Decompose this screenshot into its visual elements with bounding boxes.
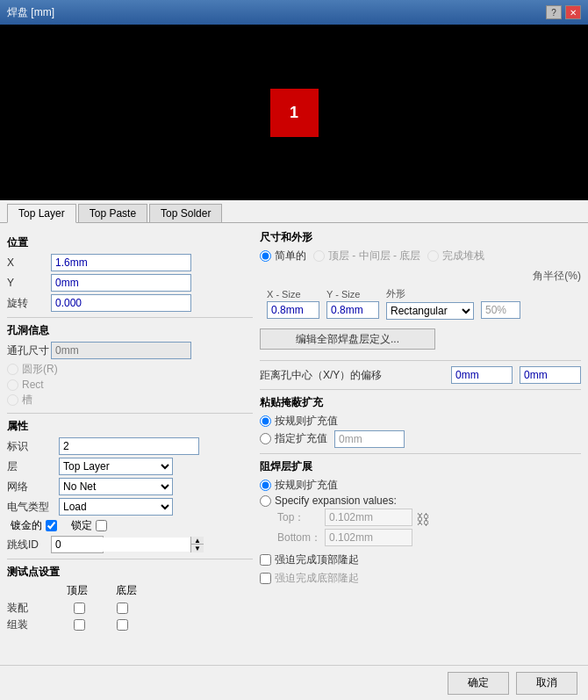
net-label: 网络	[7, 480, 55, 494]
left-panel: 位置 X Y 旋转 孔洞信息 通孔尺寸	[7, 230, 253, 654]
test-col-header: 顶层 底层	[7, 583, 253, 598]
paste-section-title: 粘贴掩蔽扩充	[260, 395, 581, 410]
rect-radio[interactable]	[7, 379, 18, 391]
assemble-top-checkbox[interactable]	[74, 603, 85, 614]
spinner-down[interactable]: ▼	[191, 545, 204, 552]
ok-button[interactable]: 确定	[448, 672, 509, 695]
tin-item: 镀金的	[11, 518, 57, 533]
paste-section: 粘贴掩蔽扩充 按规则扩充值 指定扩充值	[260, 395, 581, 448]
percent-input[interactable]	[481, 301, 520, 319]
layer-row: 层 Top Layer	[7, 458, 253, 475]
id-row: 标识	[7, 437, 253, 455]
jump-id-input[interactable]	[52, 538, 190, 552]
size-section-title: 尺寸和外形	[260, 230, 581, 245]
paste-rule-radio-item: 按规则扩充值	[260, 414, 581, 429]
full-stack-radio[interactable]	[427, 250, 439, 262]
full-stack-radio-item: 完成堆栈	[427, 249, 484, 263]
top-expand-input[interactable]	[325, 509, 412, 526]
edit-all-button[interactable]: 编辑全部焊盘层定义...	[260, 328, 435, 350]
slot-radio[interactable]	[7, 394, 18, 406]
paste-specify-input[interactable]	[334, 430, 405, 448]
size-grid: X - Size Y - Size 外形 Rectangular Round O…	[260, 287, 581, 320]
rotate-row: 旋转	[7, 294, 253, 312]
rotate-label: 旋转	[7, 296, 51, 311]
round-label: 圆形(R)	[22, 362, 58, 377]
bottom-input-label: Bottom：	[277, 530, 321, 545]
solder-rule-radio[interactable]	[260, 480, 271, 491]
tin-label: 镀金的	[11, 518, 42, 533]
position-section-title: 位置	[7, 235, 253, 250]
bottom-input-row: Bottom：	[277, 529, 412, 546]
cancel-button[interactable]: 取消	[516, 672, 577, 695]
tin-lock-row: 镀金的 锁定	[7, 518, 253, 533]
paste-specify-row: 指定扩充值	[260, 430, 581, 448]
assemble-checkboxes	[60, 603, 128, 614]
lock-checkbox[interactable]	[96, 520, 107, 531]
x-input[interactable]	[51, 254, 191, 271]
bottom-expand-input[interactable]	[325, 529, 412, 546]
top-col-label: 顶层	[60, 583, 95, 598]
layer-select[interactable]: Top Layer	[59, 458, 173, 475]
y-size-col: Y - Size	[326, 289, 379, 319]
assemble-bottom-checkbox[interactable]	[117, 603, 128, 614]
main-content: 位置 X Y 旋转 孔洞信息 通孔尺寸	[0, 223, 588, 661]
spinner-up[interactable]: ▲	[191, 537, 204, 545]
assemble-row: 装配	[7, 601, 253, 616]
dialog: 焊盘 [mm] ? ✕ 1 Top Layer Top Paste Top So…	[0, 0, 588, 700]
top-input-label: Top：	[277, 510, 321, 525]
tin-checkbox[interactable]	[46, 520, 57, 531]
electric-select[interactable]: Load	[59, 498, 173, 516]
rotate-input[interactable]	[51, 294, 191, 312]
y-size-input[interactable]	[326, 301, 379, 319]
x-size-input[interactable]	[267, 301, 319, 319]
force-top-row: 强迫完成顶部隆起	[260, 552, 581, 567]
install-bottom-checkbox[interactable]	[117, 619, 128, 631]
solder-inputs-group: Top： Bottom： ⛓	[277, 509, 581, 549]
full-stack-label: 完成堆栈	[442, 249, 484, 263]
y-row: Y	[7, 274, 253, 292]
offset-label: 距离孔中心（X/Y）的偏移	[260, 368, 444, 383]
install-top-checkbox[interactable]	[74, 619, 85, 631]
test-section: 测试点设置 顶层 底层 装配 组装	[7, 565, 253, 632]
bottom-col-label: 底层	[109, 583, 144, 598]
jump-id-row: 跳线ID ▲ ▼	[7, 536, 253, 553]
shape-col-label: 外形	[386, 287, 474, 300]
simple-radio[interactable]	[260, 250, 271, 262]
tab-top-paste[interactable]: Top Paste	[78, 204, 147, 222]
tabs-bar: Top Layer Top Paste Top Solder	[0, 200, 588, 223]
force-top-checkbox[interactable]	[260, 554, 271, 566]
help-button[interactable]: ?	[546, 5, 562, 19]
solder-inputs-col: Top： Bottom：	[277, 509, 412, 549]
paste-specify-radio-item: 指定扩充值	[260, 431, 327, 446]
pad-preview: 1	[270, 89, 319, 137]
offset-x-input[interactable]	[451, 366, 513, 384]
net-select[interactable]: No Net	[59, 478, 173, 495]
x-size-col: X - Size	[267, 289, 319, 319]
y-input[interactable]	[51, 274, 191, 292]
solder-rule-label: 按规则扩充值	[275, 478, 338, 493]
close-button[interactable]: ✕	[565, 5, 581, 19]
percent-col	[481, 289, 520, 319]
force-bottom-checkbox[interactable]	[260, 573, 271, 584]
id-input[interactable]	[59, 437, 199, 455]
hole-size-input[interactable]	[51, 342, 191, 359]
solder-section-title: 阻焊层扩展	[260, 459, 581, 474]
round-radio[interactable]	[7, 364, 18, 375]
paste-rule-radio[interactable]	[260, 415, 271, 427]
electric-row: 电气类型 Load	[7, 498, 253, 516]
hole-type-group: 圆形(R) Rect 槽	[7, 362, 253, 408]
slot-label: 槽	[22, 393, 32, 408]
top-mid-bottom-radio[interactable]	[313, 250, 325, 262]
solder-specify-radio[interactable]	[260, 495, 271, 507]
title-controls: ? ✕	[546, 5, 581, 19]
tab-top-solder[interactable]: Top Solder	[149, 204, 222, 222]
offset-y-input[interactable]	[520, 366, 581, 384]
shape-select[interactable]: Rectangular Round Octagonal	[386, 302, 474, 320]
jump-id-spinner: ▲ ▼	[51, 536, 104, 553]
hole-size-label: 通孔尺寸	[7, 343, 51, 358]
shape-col: 外形 Rectangular Round Octagonal	[386, 287, 474, 320]
solder-rule-radio-item: 按规则扩充值	[260, 478, 581, 493]
paste-specify-radio[interactable]	[260, 433, 271, 444]
tab-top-layer[interactable]: Top Layer	[7, 204, 76, 223]
y-size-col-label: Y - Size	[326, 289, 379, 299]
